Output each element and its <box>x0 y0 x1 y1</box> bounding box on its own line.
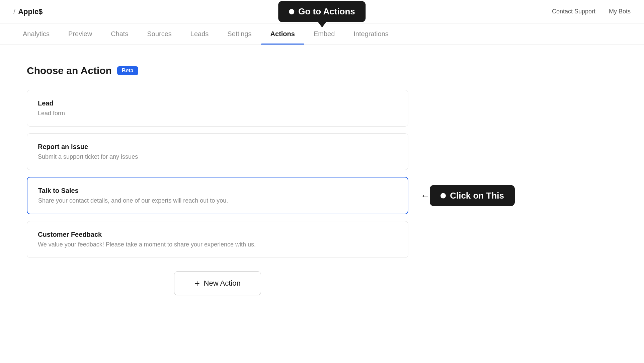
click-on-this-tooltip: Click on This <box>430 185 515 206</box>
click-tooltip-arrow-left: ← <box>420 190 430 201</box>
action-card-report-title: Report an issue <box>38 143 397 151</box>
nav-item-leads[interactable]: Leads <box>181 23 218 45</box>
main-nav: Analytics Preview Chats Sources Leads Se… <box>0 23 644 45</box>
contact-support-link[interactable]: Contact Support <box>552 8 595 15</box>
nav-item-integrations[interactable]: Integrations <box>344 23 398 45</box>
action-card-feedback-desc: We value your feedback! Please take a mo… <box>38 241 397 248</box>
go-to-actions-tooltip[interactable]: Go to Actions ↓ <box>278 1 366 22</box>
action-card-sales[interactable]: Talk to Sales Share your contact details… <box>27 177 408 214</box>
tooltip-dot <box>289 9 294 14</box>
header-tooltip: Go to Actions ↓ <box>278 1 366 22</box>
action-card-report-desc: Submit a support ticket for any issues <box>38 153 397 160</box>
main-content: Choose an Action Beta Lead Lead form Rep… <box>0 45 435 315</box>
nav-item-settings[interactable]: Settings <box>218 23 261 45</box>
logo-text: Apple$ <box>18 7 43 16</box>
action-card-sales-desc: Share your contact details, and one of o… <box>38 197 397 204</box>
action-card-lead[interactable]: Lead Lead form <box>27 90 408 127</box>
page-header: Choose an Action Beta <box>27 65 408 76</box>
action-card-lead-desc: Lead form <box>38 110 397 117</box>
nav-item-chats[interactable]: Chats <box>101 23 138 45</box>
action-card-feedback-title: Customer Feedback <box>38 231 397 238</box>
nav-item-embed[interactable]: Embed <box>304 23 344 45</box>
beta-badge: Beta <box>117 66 138 75</box>
nav-item-preview[interactable]: Preview <box>59 23 101 45</box>
tooltip-label: Go to Actions <box>298 6 355 17</box>
click-tooltip-label: Click on This <box>450 191 504 201</box>
new-action-label: New Action <box>204 279 241 288</box>
logo-slash: / <box>13 7 15 16</box>
new-action-plus-icon: + <box>194 279 199 288</box>
click-tooltip-dot <box>440 193 446 198</box>
new-action-button[interactable]: + New Action <box>174 271 261 295</box>
logo[interactable]: / Apple$ <box>13 7 43 16</box>
action-card-lead-title: Lead <box>38 99 397 107</box>
my-bots-link[interactable]: My Bots <box>609 8 631 15</box>
page-title: Choose an Action <box>27 65 112 76</box>
nav-item-analytics[interactable]: Analytics <box>13 23 59 45</box>
action-card-report[interactable]: Report an issue Submit a support ticket … <box>27 133 408 170</box>
action-card-feedback[interactable]: Customer Feedback We value your feedback… <box>27 221 408 258</box>
nav-item-actions[interactable]: Actions <box>261 23 304 45</box>
nav-item-sources[interactable]: Sources <box>138 23 181 45</box>
action-card-sales-title: Talk to Sales <box>38 187 397 195</box>
header: / Apple$ Go to Actions ↓ Contact Support… <box>0 0 644 23</box>
click-on-this-tooltip-wrapper: ← Click on This <box>420 185 515 206</box>
header-right: Contact Support My Bots <box>552 8 631 15</box>
